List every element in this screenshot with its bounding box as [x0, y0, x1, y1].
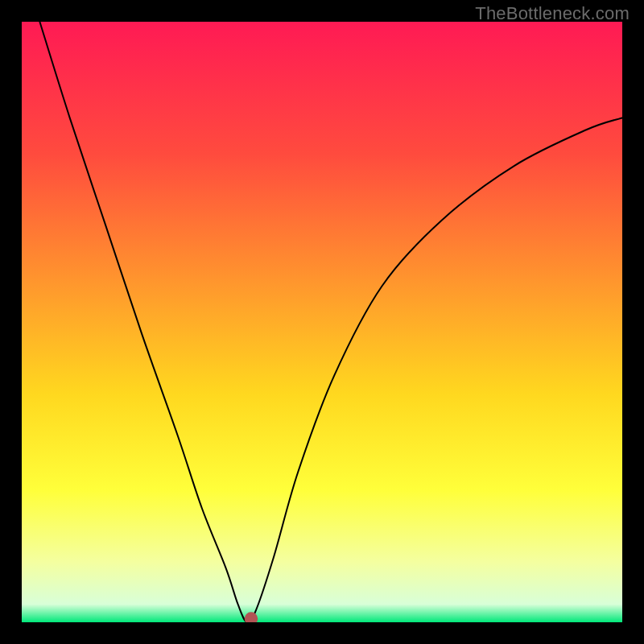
- chart-background: [22, 22, 622, 622]
- chart-svg: [22, 22, 622, 622]
- plot-area: [22, 22, 622, 622]
- chart-frame: TheBottleneck.com: [0, 0, 644, 644]
